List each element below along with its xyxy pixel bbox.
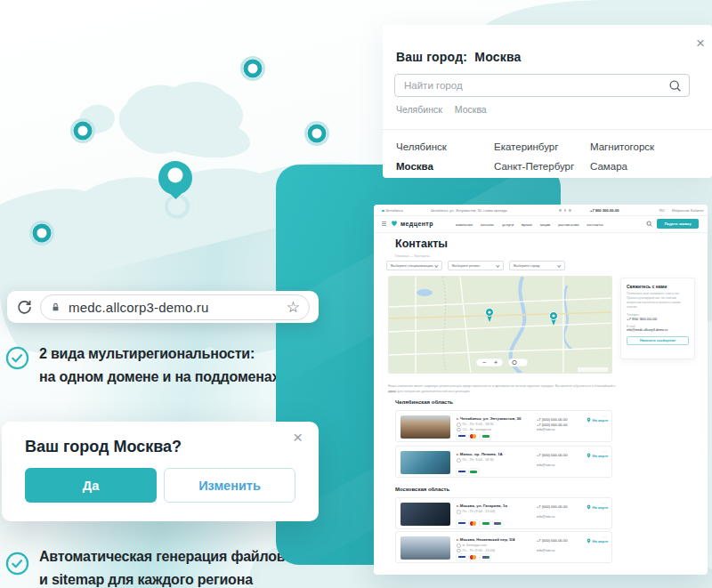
- city-option[interactable]: Самара: [590, 161, 627, 172]
- phone-label: Телефон: [627, 313, 689, 317]
- site-logo[interactable]: медцентр: [400, 221, 433, 227]
- clinic-email[interactable]: info@site.ru: [537, 549, 554, 552]
- nav-item[interactable]: контакты: [587, 222, 603, 227]
- website-screenshot: Челябинск Челябинск, ул. Энтузиастов, 30…: [374, 205, 708, 575]
- visa-icon: [457, 520, 466, 527]
- logo-heart-icon: [390, 219, 399, 228]
- map-zoom-control[interactable]: − +: [476, 358, 503, 366]
- contact-email[interactable]: info@medc.allcorp3-demo.ru: [627, 328, 689, 332]
- more-icon[interactable]: ⋯: [602, 414, 607, 419]
- url-field[interactable]: medc.allcorp3-demo.ru ☆: [40, 294, 310, 320]
- clinic-schedule: Пн - Пт (9:00 - 21:00): [457, 510, 495, 514]
- page-title: Контакты: [395, 238, 448, 250]
- contact-card-title: Свяжитесь с нами: [627, 284, 689, 289]
- reload-icon[interactable]: [16, 299, 32, 315]
- divider: [374, 215, 708, 216]
- clinic-email[interactable]: info@site.ru: [537, 463, 554, 467]
- divider: [374, 232, 708, 233]
- visa-icon: [457, 433, 466, 439]
- clinic-phone[interactable]: +7 (000) 000-00-00: [537, 417, 567, 422]
- contact-us-card: Свяжитесь с нами Позвоните или напишите …: [620, 278, 695, 359]
- site-account-link[interactable]: Кабинет: [691, 208, 704, 213]
- url-text[interactable]: medc.allcorp3-demo.ru: [69, 300, 287, 315]
- search-icon[interactable]: [646, 221, 652, 227]
- breadcrumb[interactable]: Главная — Контакты: [395, 254, 430, 258]
- more-icon[interactable]: ⋯: [602, 501, 607, 506]
- close-icon[interactable]: ×: [293, 429, 303, 446]
- site-cta-button[interactable]: Подать заявку: [657, 219, 699, 229]
- city-option[interactable]: Магнитогорск: [590, 141, 654, 152]
- specialization-select[interactable]: Выберите специализацию: [386, 261, 442, 270]
- payment-icons: [457, 433, 490, 439]
- site-lang-link[interactable]: RU: [659, 208, 665, 213]
- clinic-phone[interactable]: +7 (000) 000-00-00: [537, 423, 567, 427]
- clinic-email[interactable]: info@site.ru: [537, 515, 554, 519]
- clinic-card[interactable]: г. Москва, Нечаевский пер, 5/4 м. Белору…: [395, 531, 612, 563]
- recent-city-tag[interactable]: Челябинск: [396, 104, 442, 115]
- recent-city-tag[interactable]: Москва: [455, 104, 487, 115]
- change-city-button[interactable]: Изменить: [164, 468, 295, 503]
- clinic-card[interactable]: г. Москва, ул. Гагарина, 1а Пн - Пт (9:0…: [395, 497, 612, 529]
- nav-item[interactable]: каталог: [481, 222, 494, 227]
- city-option[interactable]: Челябинск: [396, 141, 447, 152]
- city-select[interactable]: Выберите город: [509, 261, 565, 270]
- nav-item[interactable]: акции: [540, 222, 551, 227]
- pin-icon: [587, 538, 591, 544]
- confirm-yes-button[interactable]: Да: [25, 468, 157, 503]
- clinic-email[interactable]: info@site.ru: [537, 428, 554, 431]
- city-option[interactable]: Екатеринбург: [494, 141, 558, 152]
- clinic-phone[interactable]: +7 (000) 000-00-00: [537, 504, 567, 509]
- bookmark-star-icon[interactable]: ☆: [287, 300, 300, 315]
- region-heading: Челябинская область: [395, 399, 453, 405]
- payment-icons: [457, 520, 503, 527]
- feature-text: 2 вида мультирегиональности: на одном до…: [39, 342, 279, 389]
- nav-item[interactable]: компания: [456, 222, 473, 227]
- clinic-schedule: Пн - Пт: 9:00 - 18:30: [457, 423, 494, 427]
- clinics-map[interactable]: − +: [388, 276, 612, 374]
- menu-icon[interactable]: [382, 222, 386, 222]
- chevron-down-icon: [497, 263, 500, 267]
- clinic-schedule: Пн - Пт: 9:00 - 18:30: [457, 458, 494, 463]
- check-circle-icon: [5, 346, 29, 370]
- close-icon[interactable]: ×: [696, 36, 705, 51]
- payment-icons: [457, 554, 490, 560]
- clinic-card[interactable]: г. Челябинск, ул. Энтузиастов, 30 Пн - П…: [395, 410, 612, 442]
- more-icon[interactable]: ⋯: [602, 449, 607, 455]
- site-city-selector[interactable]: Челябинск: [382, 208, 403, 213]
- promo-screenshot: × Ваш город: Москва Челябинск Москва Чел…: [0, 0, 712, 588]
- clinic-photo: [400, 503, 450, 526]
- clinic-photo: [400, 536, 450, 560]
- clinic-phone[interactable]: +7 (000) 000-00-00: [537, 538, 567, 543]
- social-icons[interactable]: [559, 209, 571, 212]
- site-phone[interactable]: +7 900 300-00-00: [590, 208, 619, 213]
- nav-item[interactable]: врачи: [522, 222, 532, 227]
- clinic-address: г. Миасс, пр. Ленина, 1А: [457, 452, 503, 456]
- divider: [383, 129, 712, 130]
- email-label: E-mail: [627, 325, 689, 328]
- site-favorites-link[interactable]: Избранное: [672, 208, 690, 213]
- city-option[interactable]: Санкт-Петербург: [494, 161, 574, 172]
- nav-item[interactable]: услуги: [502, 222, 514, 227]
- clinic-phone[interactable]: +7 (000) 000-00-00: [537, 453, 567, 457]
- region-heading: Московская область: [395, 487, 449, 492]
- write-message-button[interactable]: Написать сообщение: [627, 336, 689, 345]
- clinic-photo: [400, 451, 450, 474]
- map-layers-control[interactable]: [508, 358, 528, 366]
- site-address: Челябинск, ул. Энтузиастов, 30, схема пр…: [431, 208, 507, 213]
- region-select[interactable]: Выберите регион: [448, 261, 504, 270]
- city-confirm-popup: Ваш город Москва? × Да Изменить: [2, 422, 319, 521]
- mir-icon: [469, 469, 479, 475]
- city-selector-panel: × Ваш город: Москва Челябинск Москва Чел…: [383, 25, 712, 178]
- nav-item[interactable]: расписание: [558, 222, 578, 227]
- clinic-card[interactable]: г. Миасс, пр. Ленина, 1А Пн - Пт: 9:00 -…: [395, 446, 612, 478]
- city-search-input[interactable]: [402, 79, 668, 92]
- mir-icon: [481, 520, 490, 527]
- contact-phone[interactable]: +7 900 300-00-00: [627, 317, 689, 321]
- search-icon[interactable]: [668, 79, 682, 93]
- clinic-schedule: Пн - Пт (9:00 - 21:00): [457, 549, 495, 553]
- check-circle-icon: [5, 552, 29, 576]
- city-option-selected[interactable]: Москва: [396, 161, 433, 172]
- visa-icon: [457, 469, 466, 475]
- more-icon[interactable]: ⋯: [602, 535, 607, 540]
- zoom-out-button: −: [482, 359, 486, 366]
